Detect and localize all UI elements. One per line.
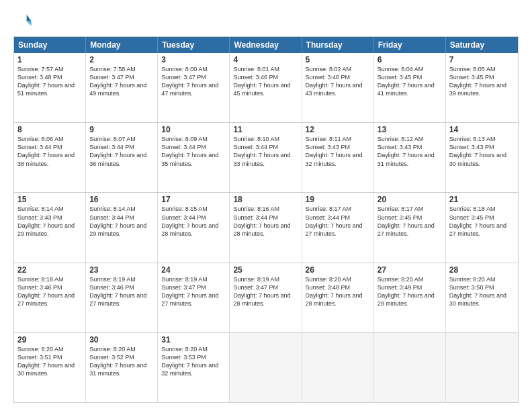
cal-day-22: 22Sunrise: 8:18 AM Sunset: 3:46 PM Dayli…: [14, 263, 86, 332]
cal-day-12: 12Sunrise: 8:11 AM Sunset: 3:43 PM Dayli…: [302, 123, 374, 192]
day-info: Sunrise: 7:57 AM Sunset: 3:48 PM Dayligh…: [17, 65, 82, 98]
cal-day-23: 23Sunrise: 8:19 AM Sunset: 3:46 PM Dayli…: [86, 263, 158, 332]
cal-header-wednesday: Wednesday: [230, 37, 302, 53]
cal-day-27: 27Sunrise: 8:20 AM Sunset: 3:49 PM Dayli…: [374, 263, 446, 332]
cal-day-25: 25Sunrise: 8:19 AM Sunset: 3:47 PM Dayli…: [230, 263, 302, 332]
day-info: Sunrise: 8:16 AM Sunset: 3:44 PM Dayligh…: [233, 205, 298, 238]
cal-day-29: 29Sunrise: 8:20 AM Sunset: 3:51 PM Dayli…: [14, 333, 86, 402]
cal-week-4: 22Sunrise: 8:18 AM Sunset: 3:46 PM Dayli…: [14, 263, 518, 332]
day-info: Sunrise: 8:20 AM Sunset: 3:52 PM Dayligh…: [89, 345, 154, 378]
cal-day-28: 28Sunrise: 8:20 AM Sunset: 3:50 PM Dayli…: [446, 263, 518, 332]
day-number: 15: [17, 195, 82, 204]
day-info: Sunrise: 8:18 AM Sunset: 3:45 PM Dayligh…: [449, 205, 515, 238]
day-info: Sunrise: 8:15 AM Sunset: 3:44 PM Dayligh…: [161, 205, 226, 238]
day-info: Sunrise: 8:17 AM Sunset: 3:45 PM Dayligh…: [378, 205, 442, 238]
day-number: 3: [161, 55, 226, 64]
day-number: 1: [17, 55, 82, 64]
day-number: 11: [233, 125, 298, 134]
calendar: SundayMondayTuesdayWednesdayThursdayFrid…: [13, 36, 519, 403]
day-info: Sunrise: 7:58 AM Sunset: 3:47 PM Dayligh…: [89, 65, 154, 98]
calendar-header-row: SundayMondayTuesdayWednesdayThursdayFrid…: [14, 37, 518, 53]
day-info: Sunrise: 8:20 AM Sunset: 3:49 PM Dayligh…: [378, 275, 442, 308]
day-info: Sunrise: 8:19 AM Sunset: 3:46 PM Dayligh…: [89, 275, 154, 308]
day-number: 7: [449, 55, 515, 64]
cal-day-13: 13Sunrise: 8:12 AM Sunset: 3:43 PM Dayli…: [374, 123, 446, 192]
cal-week-3: 15Sunrise: 8:14 AM Sunset: 3:43 PM Dayli…: [14, 192, 518, 262]
cal-day-30: 30Sunrise: 8:20 AM Sunset: 3:52 PM Dayli…: [86, 333, 158, 402]
day-info: Sunrise: 8:07 AM Sunset: 3:44 PM Dayligh…: [89, 135, 154, 168]
day-number: 27: [378, 265, 442, 275]
day-number: 9: [89, 125, 154, 134]
cal-day-18: 18Sunrise: 8:16 AM Sunset: 3:44 PM Dayli…: [230, 193, 302, 262]
day-info: Sunrise: 8:04 AM Sunset: 3:45 PM Dayligh…: [378, 65, 442, 98]
cal-header-sunday: Sunday: [14, 37, 86, 53]
day-number: 26: [306, 265, 370, 275]
page: SundayMondayTuesdayWednesdayThursdayFrid…: [0, 0, 532, 411]
cal-day-17: 17Sunrise: 8:15 AM Sunset: 3:44 PM Dayli…: [158, 193, 230, 262]
cal-day-empty-4-3: [230, 333, 302, 402]
day-number: 21: [449, 195, 515, 204]
day-info: Sunrise: 8:14 AM Sunset: 3:44 PM Dayligh…: [89, 205, 154, 238]
cal-day-19: 19Sunrise: 8:17 AM Sunset: 3:44 PM Dayli…: [302, 193, 374, 262]
cal-day-2: 2Sunrise: 7:58 AM Sunset: 3:47 PM Daylig…: [86, 53, 158, 122]
day-info: Sunrise: 8:09 AM Sunset: 3:44 PM Dayligh…: [161, 135, 226, 168]
day-number: 22: [17, 265, 82, 275]
cal-day-26: 26Sunrise: 8:20 AM Sunset: 3:48 PM Dayli…: [302, 263, 374, 332]
cal-day-5: 5Sunrise: 8:02 AM Sunset: 3:46 PM Daylig…: [302, 53, 374, 122]
cal-day-15: 15Sunrise: 8:14 AM Sunset: 3:43 PM Dayli…: [14, 193, 86, 262]
day-number: 16: [89, 195, 154, 204]
day-info: Sunrise: 8:13 AM Sunset: 3:43 PM Dayligh…: [449, 135, 515, 168]
day-info: Sunrise: 8:18 AM Sunset: 3:46 PM Dayligh…: [17, 275, 82, 308]
day-number: 13: [378, 125, 442, 134]
day-number: 2: [89, 55, 154, 64]
cal-day-24: 24Sunrise: 8:19 AM Sunset: 3:47 PM Dayli…: [158, 263, 230, 332]
cal-week-1: 1Sunrise: 7:57 AM Sunset: 3:48 PM Daylig…: [14, 53, 518, 122]
cal-header-tuesday: Tuesday: [158, 37, 230, 53]
day-info: Sunrise: 8:19 AM Sunset: 3:47 PM Dayligh…: [233, 275, 298, 308]
day-number: 17: [161, 195, 226, 204]
day-info: Sunrise: 8:10 AM Sunset: 3:44 PM Dayligh…: [233, 135, 298, 168]
day-number: 6: [378, 55, 442, 64]
day-number: 29: [17, 335, 82, 345]
day-number: 31: [161, 335, 226, 345]
day-info: Sunrise: 8:20 AM Sunset: 3:48 PM Dayligh…: [306, 275, 370, 308]
cal-day-8: 8Sunrise: 8:06 AM Sunset: 3:44 PM Daylig…: [14, 123, 86, 192]
day-info: Sunrise: 8:14 AM Sunset: 3:43 PM Dayligh…: [17, 205, 82, 238]
day-info: Sunrise: 8:20 AM Sunset: 3:50 PM Dayligh…: [449, 275, 515, 308]
day-info: Sunrise: 8:02 AM Sunset: 3:46 PM Dayligh…: [306, 65, 370, 98]
day-number: 19: [306, 195, 370, 204]
cal-day-4: 4Sunrise: 8:01 AM Sunset: 3:46 PM Daylig…: [230, 53, 302, 122]
cal-day-10: 10Sunrise: 8:09 AM Sunset: 3:44 PM Dayli…: [158, 123, 230, 192]
day-number: 25: [233, 265, 298, 275]
cal-header-friday: Friday: [374, 37, 446, 53]
day-info: Sunrise: 8:00 AM Sunset: 3:47 PM Dayligh…: [161, 65, 226, 98]
day-number: 30: [89, 335, 154, 345]
day-number: 18: [233, 195, 298, 204]
cal-day-21: 21Sunrise: 8:18 AM Sunset: 3:45 PM Dayli…: [446, 193, 518, 262]
day-number: 14: [449, 125, 515, 134]
day-info: Sunrise: 8:12 AM Sunset: 3:43 PM Dayligh…: [378, 135, 442, 168]
calendar-body: 1Sunrise: 7:57 AM Sunset: 3:48 PM Daylig…: [14, 53, 518, 402]
cal-day-6: 6Sunrise: 8:04 AM Sunset: 3:45 PM Daylig…: [374, 53, 446, 122]
day-info: Sunrise: 8:19 AM Sunset: 3:47 PM Dayligh…: [161, 275, 226, 308]
cal-day-3: 3Sunrise: 8:00 AM Sunset: 3:47 PM Daylig…: [158, 53, 230, 122]
cal-day-empty-4-5: [374, 333, 446, 402]
header: [13, 11, 519, 30]
day-number: 23: [89, 265, 154, 275]
day-number: 24: [161, 265, 226, 275]
cal-day-11: 11Sunrise: 8:10 AM Sunset: 3:44 PM Dayli…: [230, 123, 302, 192]
cal-day-31: 31Sunrise: 8:20 AM Sunset: 3:53 PM Dayli…: [158, 333, 230, 402]
day-number: 12: [306, 125, 370, 134]
day-number: 10: [161, 125, 226, 134]
cal-week-2: 8Sunrise: 8:06 AM Sunset: 3:44 PM Daylig…: [14, 122, 518, 192]
cal-week-5: 29Sunrise: 8:20 AM Sunset: 3:51 PM Dayli…: [14, 332, 518, 402]
day-info: Sunrise: 8:17 AM Sunset: 3:44 PM Dayligh…: [306, 205, 370, 238]
cal-header-saturday: Saturday: [446, 37, 518, 53]
cal-day-7: 7Sunrise: 8:05 AM Sunset: 3:45 PM Daylig…: [446, 53, 518, 122]
logo-icon: [13, 11, 32, 30]
svg-marker-0: [27, 15, 32, 21]
day-info: Sunrise: 8:05 AM Sunset: 3:45 PM Dayligh…: [449, 65, 515, 98]
day-number: 4: [233, 55, 298, 64]
day-info: Sunrise: 8:20 AM Sunset: 3:51 PM Dayligh…: [17, 345, 82, 378]
cal-day-16: 16Sunrise: 8:14 AM Sunset: 3:44 PM Dayli…: [86, 193, 158, 262]
